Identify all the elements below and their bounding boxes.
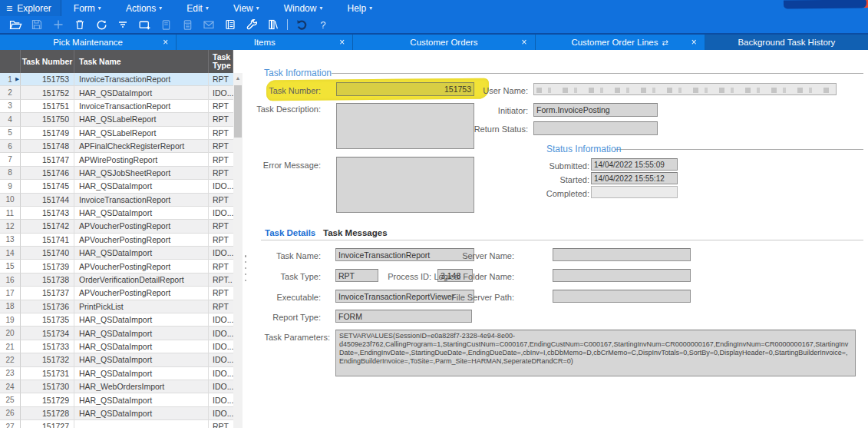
cell-task-type[interactable]: IDO...: [209, 340, 233, 353]
file-server-path-field[interactable]: [553, 290, 691, 303]
tab-items[interactable]: Items×: [177, 35, 353, 50]
row-number[interactable]: 22: [0, 353, 21, 366]
cell-task-name[interactable]: HAR_QSLabelReport: [74, 113, 209, 126]
cell-task-type[interactable]: IDO...: [209, 380, 233, 393]
row-number[interactable]: 11: [0, 207, 21, 220]
cell-task-type[interactable]: RPT: [209, 140, 233, 153]
cell-task-type[interactable]: RPT: [209, 100, 233, 113]
row-number[interactable]: 5: [0, 127, 21, 140]
task-number-field[interactable]: 151753: [336, 82, 474, 96]
table-row[interactable]: 27151727RPT: [0, 420, 233, 428]
cell-task-number[interactable]: 151745: [21, 180, 74, 193]
cell-task-type[interactable]: RPT: [209, 220, 233, 233]
cell-task-number[interactable]: 151751: [21, 100, 74, 113]
help-icon[interactable]: ?: [312, 17, 334, 32]
row-number[interactable]: 24: [0, 380, 21, 393]
row-number[interactable]: 21: [0, 340, 21, 353]
row-number[interactable]: 19: [0, 313, 21, 327]
scrollbar-up-icon[interactable]: ▲: [233, 73, 243, 83]
cell-task-type[interactable]: RPT: [209, 234, 233, 247]
cell-task-type[interactable]: IDO...: [209, 180, 233, 193]
document-alt-icon[interactable]: [177, 17, 198, 32]
cell-task-type[interactable]: IDO...: [209, 86, 233, 99]
table-row[interactable]: 1▶151753InvoiceTransactionReportRPT: [0, 73, 233, 86]
cell-task-name[interactable]: InvoiceTransactionReport: [74, 194, 209, 207]
tab-background-task-history[interactable]: Background Task History: [705, 35, 868, 50]
table-row[interactable]: 23151731HAR_QSDataImportIDO...: [0, 367, 233, 380]
cell-task-name[interactable]: APFinalCheckRegisterReport: [74, 140, 209, 153]
table-row[interactable]: 6151748APFinalCheckRegisterReportRPT: [0, 140, 233, 153]
splitter-handle[interactable]: [243, 254, 248, 283]
row-number[interactable]: 1▶: [0, 73, 21, 86]
cell-task-type[interactable]: RPT: [209, 73, 233, 86]
cell-task-name[interactable]: APVoucherPostingReport: [74, 287, 209, 300]
menu-item-edit[interactable]: Edit▾: [174, 0, 221, 16]
tab-customer-orders[interactable]: Customer Orders×: [353, 35, 535, 50]
cell-task-type[interactable]: RPT..: [209, 274, 233, 287]
cell-task-number[interactable]: 151752: [21, 86, 74, 99]
cell-task-number[interactable]: 151731: [21, 367, 74, 380]
table-row[interactable]: 17151737APVoucherPostingReportRPT: [0, 287, 233, 300]
row-number[interactable]: 20: [0, 327, 21, 340]
cell-task-type[interactable]: IDO...: [209, 367, 233, 380]
cell-task-name[interactable]: HAR_QSDataImport: [74, 407, 209, 420]
filter-in-place-icon[interactable]: [134, 17, 155, 32]
cell-task-name[interactable]: APVoucherPostingReport: [74, 260, 209, 273]
cell-task-number[interactable]: 151746: [21, 167, 74, 180]
cell-task-name[interactable]: HAR_QSJobSheetReport: [74, 167, 209, 180]
cell-task-number[interactable]: 151736: [21, 300, 74, 313]
cell-task-type[interactable]: IDO...: [209, 353, 233, 366]
submitted-field[interactable]: 14/04/2022 15:55:09: [591, 158, 678, 171]
cell-task-type[interactable]: RPT: [209, 194, 233, 207]
customize-wrench-icon[interactable]: [241, 17, 262, 32]
row-number[interactable]: 12: [0, 220, 21, 233]
row-number[interactable]: 18: [0, 300, 21, 313]
tab-customer-order-lines[interactable]: Customer Order Lines⇄×: [536, 35, 705, 50]
cell-task-number[interactable]: 151735: [21, 313, 74, 327]
started-field[interactable]: 14/04/2022 15:55:12: [591, 172, 678, 184]
cell-task-name[interactable]: HAR_QSDataImport: [74, 313, 209, 327]
documentation-books-icon[interactable]: [262, 17, 284, 32]
task-parameters-field[interactable]: SETVARVALUES(SessionID=e0a828f7-2328-4e9…: [335, 330, 856, 376]
row-number[interactable]: 16: [0, 274, 21, 287]
cell-task-type[interactable]: IDO...: [209, 207, 233, 220]
tab-task-messages[interactable]: Task Messages: [323, 228, 388, 237]
mail-icon[interactable]: [198, 17, 219, 32]
table-row[interactable]: 13151741APVoucherPostingReportRPT: [0, 234, 233, 247]
cell-task-number[interactable]: 151749: [21, 127, 74, 140]
report-type-field[interactable]: FORM: [335, 310, 472, 323]
menu-item-window[interactable]: Window▾: [272, 0, 335, 16]
cell-task-name[interactable]: APWirePostingReport: [74, 153, 209, 166]
row-number[interactable]: 2: [0, 86, 21, 99]
row-number[interactable]: 10: [0, 194, 21, 207]
cell-task-type[interactable]: RPT: [209, 420, 233, 428]
table-row[interactable]: 2151752HAR_QSDataImportIDO...: [0, 86, 233, 99]
grid-header-task-name[interactable]: Task Name: [74, 50, 209, 73]
table-row[interactable]: 26151728HAR_QSDataImportIDO...: [0, 407, 233, 420]
cell-task-number[interactable]: 151733: [21, 340, 74, 353]
table-row[interactable]: 18151736PrintPickListRPT: [0, 300, 233, 313]
cell-task-name[interactable]: HAR_QSDataImport: [74, 86, 209, 99]
cell-task-name[interactable]: [74, 420, 209, 428]
open-icon[interactable]: [5, 17, 26, 32]
cell-task-number[interactable]: 151750: [21, 113, 74, 126]
save-icon[interactable]: [26, 17, 48, 32]
table-row[interactable]: 12151742APVoucherPostingReportRPT: [0, 220, 233, 233]
cell-task-number[interactable]: 151737: [21, 287, 74, 300]
tab-task-details[interactable]: Task Details: [265, 228, 315, 237]
user-name-field[interactable]: [533, 83, 837, 95]
cell-task-number[interactable]: 151739: [21, 260, 74, 273]
return-status-field[interactable]: [533, 121, 658, 135]
table-row[interactable]: 20151734HAR_QSDataImportIDO...: [0, 327, 233, 340]
tab-pick-maintenance[interactable]: Pick Maintenance×: [0, 35, 177, 50]
cell-task-type[interactable]: IDO...: [209, 327, 233, 340]
table-row[interactable]: 5151749HAR_QSLabelReportRPT: [0, 127, 233, 140]
cell-task-name[interactable]: OrderVerificationDetailReport: [74, 274, 209, 287]
row-number[interactable]: 8: [0, 167, 21, 180]
row-number[interactable]: 17: [0, 287, 21, 300]
table-row[interactable]: 21151733HAR_QSDataImportIDO...: [0, 340, 233, 353]
cell-task-number[interactable]: 151727: [21, 420, 74, 428]
row-number[interactable]: 9: [0, 180, 21, 193]
cell-task-type[interactable]: RPT: [209, 167, 233, 180]
close-icon[interactable]: ×: [691, 37, 697, 48]
